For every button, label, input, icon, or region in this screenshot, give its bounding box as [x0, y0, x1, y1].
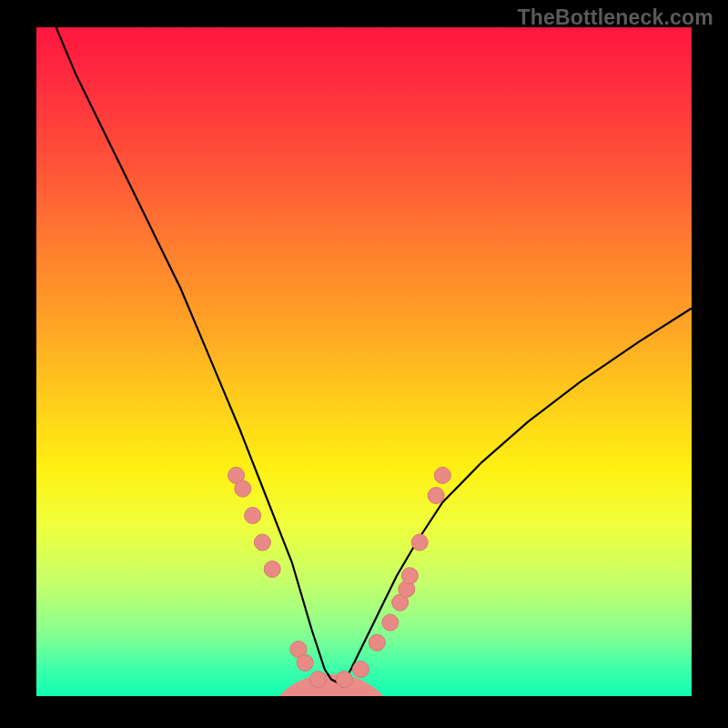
data-point	[382, 614, 399, 631]
watermark-text: TheBottleneck.com	[517, 5, 713, 30]
bottleneck-curve	[56, 27, 692, 682]
data-point	[428, 488, 444, 504]
data-point	[411, 534, 428, 551]
data-point	[434, 467, 450, 483]
data-point	[235, 480, 251, 497]
data-point	[254, 534, 270, 551]
data-point	[401, 568, 418, 584]
data-point	[352, 662, 369, 678]
data-point	[297, 654, 313, 671]
data-point	[264, 561, 280, 577]
data-point	[310, 672, 327, 688]
curve-layer	[36, 27, 692, 696]
chart-frame: TheBottleneck.com	[0, 0, 728, 728]
marker-group	[228, 467, 451, 687]
data-point	[245, 508, 261, 524]
valley-hump	[278, 674, 383, 696]
data-point	[369, 634, 385, 651]
plot-area	[36, 27, 692, 696]
data-point	[336, 672, 352, 688]
